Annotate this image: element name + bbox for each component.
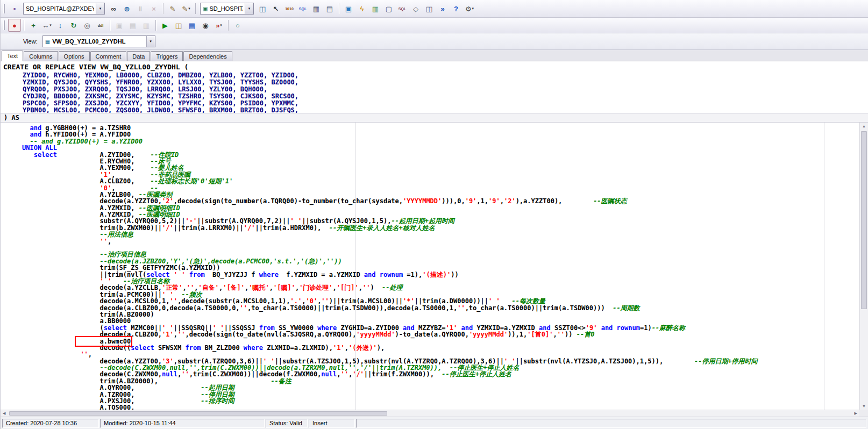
- code-token: ,: [553, 331, 557, 338]
- code-token: where: [259, 271, 279, 278]
- select-cursor-icon[interactable]: ↖: [269, 2, 282, 15]
- view-header-pane[interactable]: CREATE OR REPLACE VIEW VW_BQ_YZLL00_ZYYD…: [1, 61, 868, 113]
- export-icon[interactable]: ↔▾: [40, 19, 53, 32]
- code-token: [22, 238, 100, 245]
- horizontal-scrollbar[interactable]: ◀ ▶: [1, 410, 859, 417]
- code-token: --备注: [271, 377, 291, 385]
- code-token: '[备]': [223, 284, 245, 291]
- chevron-down-icon: ▾: [188, 6, 190, 11]
- compare-icon[interactable]: ◫: [423, 2, 436, 15]
- sql-window-icon[interactable]: SQL: [296, 2, 309, 15]
- report-icon[interactable]: ▤: [323, 2, 336, 15]
- run-script-icon[interactable]: »▾: [212, 19, 225, 32]
- session-loop-icon[interactable]: ○: [231, 19, 244, 32]
- scroll-left-icon[interactable]: ◀: [3, 411, 5, 416]
- grid-icon[interactable]: ▦: [310, 2, 323, 15]
- scroll-right-icon[interactable]: ▶: [855, 411, 857, 416]
- snapshot-icon-glyph: ●: [12, 22, 17, 29]
- code-token: rownum: [617, 324, 640, 332]
- code-token: --处理: [382, 284, 402, 291]
- diagram-icon[interactable]: ◇: [409, 2, 422, 15]
- edit-data-menu-icon[interactable]: ✎▾: [180, 2, 193, 15]
- code-token: '': [240, 304, 247, 312]
- code-line: --用法信息: [22, 231, 859, 238]
- wizard-icon[interactable]: ϟ: [355, 2, 368, 15]
- connection-icon[interactable]: ▪: [8, 2, 21, 15]
- code-token: '(外送)': [348, 344, 377, 352]
- find-icon[interactable]: ◉: [199, 19, 212, 32]
- code-token: '[门]': [337, 284, 359, 291]
- describe-icon[interactable]: ▤: [186, 19, 198, 32]
- sql-editor[interactable]: and g.YGBH00(+) = a.TZSHR0 and h.YFID00(…: [1, 123, 859, 410]
- view-column-list-line: YPBM00, MCSL00, PCMC00, ZQS000, JLDW00, …: [3, 107, 868, 113]
- code-token: ): [370, 284, 382, 291]
- tab-columns[interactable]: Columns: [24, 51, 58, 61]
- window-combo[interactable]: ▣SD_HOSPITAL▼: [200, 3, 254, 15]
- pin-window-icon[interactable]: ◫: [256, 2, 269, 15]
- pause-icon[interactable]: ‖: [134, 2, 147, 15]
- execute-icon[interactable]: ▶: [159, 19, 172, 32]
- edit-data-menu-icon-glyph: ✎: [182, 5, 188, 12]
- vertical-scrollbar[interactable]: ▲ ▼: [859, 123, 868, 410]
- add-icon[interactable]: +: [27, 19, 40, 32]
- window-combo-value: SD_HOSPITAL: [209, 5, 243, 12]
- tab-data[interactable]: Data: [127, 51, 150, 61]
- vertical-scroll-thumb[interactable]: [861, 131, 867, 309]
- eyeglasses-icon[interactable]: ∞: [107, 2, 120, 15]
- chevron-down-icon[interactable]: ▼: [245, 3, 253, 14]
- code-token: --处理标志长期'0'短期'1': [150, 177, 233, 185]
- code-token: '/': [244, 224, 255, 232]
- code-token: where: [244, 344, 263, 352]
- package-icon[interactable]: ◫: [172, 19, 185, 32]
- new-window-icon[interactable]: ▢: [382, 2, 395, 15]
- snapshot-icon[interactable]: ●: [8, 19, 21, 32]
- picture-icon-glyph: ▣: [345, 5, 352, 12]
- tab-comment[interactable]: Comment: [90, 51, 127, 61]
- help-icon-glyph: ?: [454, 5, 458, 12]
- sql-report-icon[interactable]: SQL: [396, 2, 409, 15]
- stop-icon[interactable]: ×: [147, 2, 160, 15]
- scroll-up-icon[interactable]: ▲: [860, 124, 868, 128]
- chart-icon[interactable]: ▥: [369, 2, 382, 15]
- copy-icon[interactable]: ▣: [113, 19, 126, 32]
- code-token: ||trim(f.ZWXM00)),: [364, 370, 442, 378]
- filter-icon[interactable]: 1010: [283, 2, 296, 15]
- chevron-down-icon[interactable]: ▼: [96, 3, 104, 14]
- horizontal-scroll-thumb[interactable]: [9, 411, 387, 416]
- code-token: '': [457, 304, 465, 312]
- help-icon[interactable]: ?: [450, 2, 463, 15]
- picture-icon[interactable]: ▣: [342, 2, 355, 15]
- code-token: ))),0,: [442, 197, 465, 205]
- view-ddl-icon[interactable]: ddl: [94, 19, 107, 32]
- code-token: '': [340, 370, 348, 378]
- new-window-icon-glyph: ▢: [386, 5, 392, 12]
- tab-text[interactable]: Text: [2, 51, 23, 61]
- tab-triggers[interactable]: Triggers: [151, 51, 183, 61]
- tab-options[interactable]: Options: [59, 51, 90, 61]
- edit-data-icon[interactable]: ✎: [166, 2, 179, 15]
- toolbar-grip: [3, 4, 5, 13]
- query-icon[interactable]: ◎: [81, 19, 94, 32]
- stop-icon-glyph: ×: [152, 5, 156, 12]
- preferences-gear-icon[interactable]: ⚙▾: [463, 2, 476, 15]
- chevron-down-icon[interactable]: ▼: [146, 36, 155, 47]
- code-line: [22, 245, 859, 251]
- preview-icon[interactable]: ▥: [140, 19, 153, 32]
- sort-icon[interactable]: ↕: [54, 19, 67, 32]
- sql-window-icon-glyph: SQL: [299, 7, 307, 11]
- run-arrows-icon[interactable]: »: [436, 2, 449, 15]
- connection-combo[interactable]: SD_HOSPITAL@ZPXDEYY▼: [23, 3, 105, 15]
- view-name-combo[interactable]: ▦ VW_BQ_YZLL00_ZYYDHL ▼: [42, 35, 155, 47]
- tab-dependencies[interactable]: Dependencies: [183, 51, 232, 61]
- refresh-icon[interactable]: ↻: [67, 19, 80, 32]
- code-token: )): [565, 331, 577, 338]
- toolbar-sep: [339, 3, 339, 14]
- sql-editor-pane[interactable]: and g.YGBH00(+) = a.TZSHR0 and h.YFID00(…: [1, 123, 868, 417]
- print-icon[interactable]: ▤: [126, 19, 139, 32]
- toolbar-sep: [110, 20, 110, 31]
- scroll-down-icon[interactable]: ▼: [860, 404, 868, 408]
- globe-icon[interactable]: ⊕: [120, 2, 133, 15]
- plsql-developer-window: ▪SD_HOSPITAL@ZPXDEYY▼∞⊕‖×✎✎▾▣SD_HOSPITAL…: [0, 0, 868, 429]
- toolbar-sep: [163, 3, 163, 14]
- code-token: null: [321, 370, 337, 378]
